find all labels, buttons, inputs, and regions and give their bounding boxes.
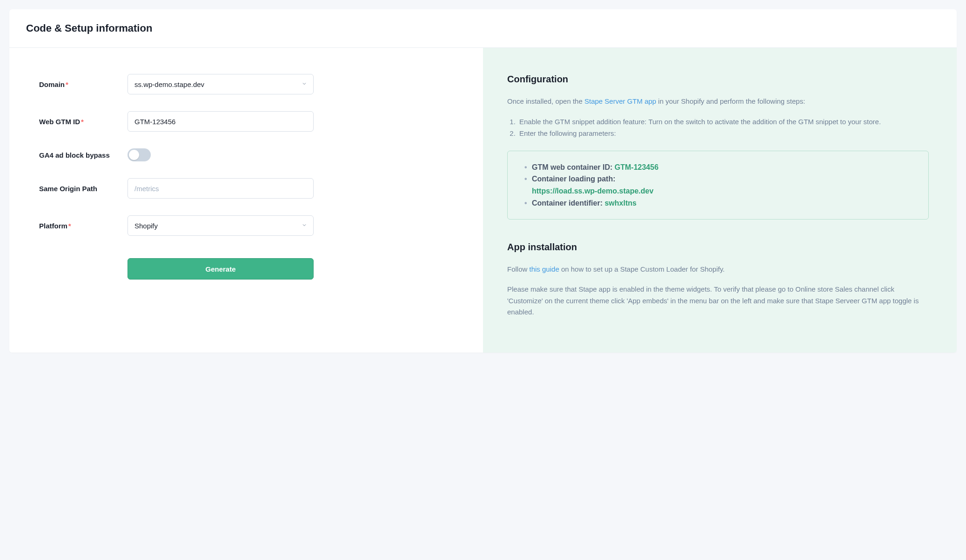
configuration-title: Configuration — [507, 74, 929, 85]
intro-before: Once installed, open the — [507, 97, 584, 105]
domain-select-wrap: ss.wp-demo.stape.dev — [127, 74, 314, 94]
sop-label: Same Origin Path — [39, 185, 127, 193]
param-path-label: Container loading path: — [532, 175, 616, 183]
platform-select[interactable]: Shopify — [127, 215, 314, 236]
domain-select[interactable]: ss.wp-demo.stape.dev — [127, 74, 314, 94]
param-gtm: GTM web container ID: GTM-123456 — [524, 161, 915, 173]
required-mark: * — [66, 80, 68, 88]
param-path: Container loading path: https://load.ss.… — [524, 173, 915, 197]
config-params-box: GTM web container ID: GTM-123456 Contain… — [507, 151, 929, 220]
body-row: Domain* ss.wp-demo.stape.dev Web GTM ID* — [9, 48, 957, 353]
gtm-row: Web GTM ID* — [39, 111, 455, 132]
platform-row: Platform* Shopify — [39, 215, 455, 236]
install-title: App installation — [507, 242, 929, 253]
domain-label-text: Domain — [39, 80, 65, 88]
ga4-row: GA4 ad block bypass — [39, 148, 455, 161]
platform-label: Platform* — [39, 222, 127, 230]
stape-app-link[interactable]: Stape Server GTM app — [584, 97, 656, 105]
generate-button[interactable]: Generate — [127, 258, 314, 280]
gtm-label-text: Web GTM ID — [39, 118, 80, 126]
page-header: Code & Setup information — [9, 9, 957, 48]
param-id: Container identifier: swhxltns — [524, 197, 915, 209]
domain-label: Domain* — [39, 80, 127, 88]
platform-select-wrap: Shopify — [127, 215, 314, 236]
form-panel: Domain* ss.wp-demo.stape.dev Web GTM ID* — [9, 48, 483, 353]
param-gtm-label: GTM web container ID: — [532, 163, 615, 171]
required-mark: * — [68, 222, 71, 230]
ga4-label: GA4 ad block bypass — [39, 151, 127, 159]
gtm-label: Web GTM ID* — [39, 118, 127, 126]
page-title: Code & Setup information — [26, 22, 940, 34]
platform-label-text: Platform — [39, 222, 67, 230]
gtm-control — [127, 111, 314, 132]
follow-after: on how to set up a Stape Custom Loader f… — [559, 265, 725, 273]
ga4-control — [127, 148, 314, 161]
step-1: Enable the GTM snippet addition feature:… — [517, 116, 929, 128]
configuration-intro: Once installed, open the Stape Server GT… — [507, 96, 929, 107]
param-id-value: swhxltns — [604, 199, 636, 207]
toggle-knob — [129, 150, 139, 160]
gtm-input[interactable] — [127, 111, 314, 132]
guide-link[interactable]: this guide — [530, 265, 559, 273]
main-container: Code & Setup information Domain* ss.wp-d… — [9, 9, 957, 353]
configuration-steps: Enable the GTM snippet addition feature:… — [507, 116, 929, 140]
follow-before: Follow — [507, 265, 530, 273]
param-gtm-value: GTM-123456 — [615, 163, 658, 171]
install-note: Please make sure that Stape app is enabl… — [507, 284, 929, 318]
param-path-value: https://load.ss.wp-demo.stape.dev — [532, 187, 653, 195]
param-id-label: Container identifier: — [532, 199, 604, 207]
required-mark: * — [81, 118, 84, 126]
install-guide: Follow this guide on how to set up a Sta… — [507, 264, 929, 275]
step-2: Enter the following parameters: — [517, 127, 929, 140]
sop-control — [127, 178, 314, 199]
sop-row: Same Origin Path — [39, 178, 455, 199]
domain-row: Domain* ss.wp-demo.stape.dev — [39, 74, 455, 94]
ga4-toggle[interactable] — [127, 148, 151, 161]
intro-after: in your Shopify and perform the followin… — [656, 97, 805, 105]
sop-input[interactable] — [127, 178, 314, 199]
info-panel: Configuration Once installed, open the S… — [483, 48, 957, 353]
